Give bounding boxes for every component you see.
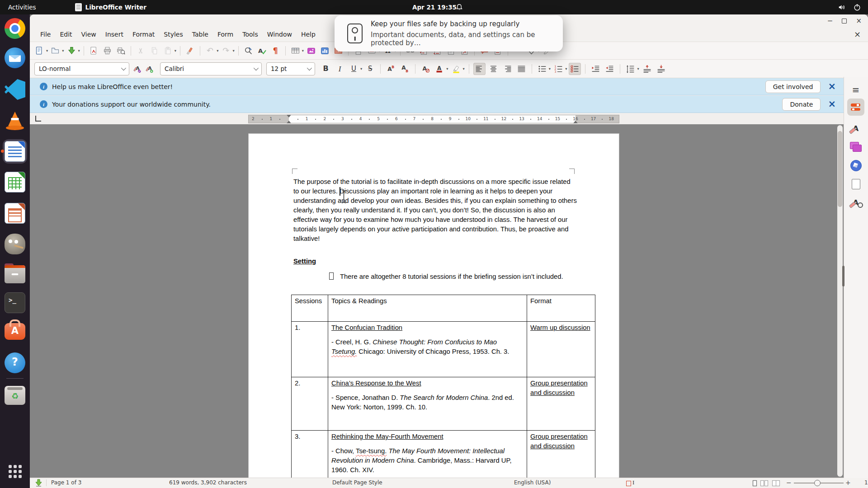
dock-item-gimp[interactable]	[5, 234, 25, 254]
table-header-cell[interactable]: Topics & Readings	[328, 295, 527, 322]
get-involved-button[interactable]: Get involved	[765, 80, 821, 93]
dock-item-libreoffice-impress[interactable]	[5, 203, 25, 224]
close-icon[interactable]: ×	[828, 99, 836, 109]
menu-view[interactable]: View	[77, 29, 100, 40]
system-status-area[interactable]	[837, 3, 862, 12]
topic-readings-cell[interactable]: China’s Response to the West- Spence, Jo…	[328, 377, 527, 431]
bold-button[interactable]: B	[320, 63, 332, 75]
highlighting-color-button[interactable]	[450, 63, 462, 75]
first-line-indent-marker[interactable]	[287, 115, 291, 117]
sidebar-splitter-grip[interactable]	[842, 266, 844, 286]
align-left-button[interactable]	[473, 63, 486, 75]
find-and-replace-button[interactable]	[242, 45, 255, 57]
menu-insert[interactable]: Insert	[101, 29, 127, 40]
table-header-cell[interactable]: Sessions	[292, 295, 328, 322]
unordered-list-button[interactable]	[536, 63, 548, 75]
dock-item-thunderbird[interactable]	[5, 47, 25, 68]
export-as-pdf-button[interactable]	[88, 45, 100, 57]
superscript-button[interactable]: AB	[385, 63, 397, 75]
menu-window[interactable]: Window	[263, 29, 296, 40]
page-count[interactable]: Page 1 of 3	[51, 479, 81, 486]
zoom-in-icon[interactable]: +	[845, 479, 851, 486]
dock-item-show-applications[interactable]	[5, 461, 25, 482]
redo-dropdown-arrow-icon[interactable]: ▾	[232, 48, 234, 53]
spelling-button[interactable]: A	[256, 45, 268, 57]
new-document-button[interactable]	[33, 45, 46, 57]
notification-popup[interactable]: Keep your files safe by backing up regul…	[335, 15, 563, 52]
sidebar-tab-page[interactable]	[847, 175, 864, 192]
multi-page-view-icon[interactable]	[760, 480, 769, 488]
decrease-paragraph-spacing-button[interactable]	[655, 63, 667, 75]
section-heading[interactable]: Setting	[293, 257, 316, 266]
left-indent-marker[interactable]	[287, 121, 291, 123]
insert-chart-button[interactable]	[319, 45, 331, 57]
dock-item-libreoffice-writer[interactable]	[5, 141, 25, 162]
body-paragraph[interactable]: The purpose of the tutorial is to facili…	[293, 177, 577, 244]
cut-button[interactable]: ✂	[135, 45, 147, 57]
topic-readings-cell[interactable]: Rethinking the May-Fourth Movement- Chow…	[328, 431, 527, 478]
underline-dropdown-arrow-icon[interactable]: ▾	[360, 66, 362, 71]
copy-button[interactable]	[148, 45, 160, 57]
formatting-marks-button[interactable]: ¶	[269, 45, 282, 57]
update-style-button[interactable]: A	[131, 63, 143, 75]
dock-item-google-chrome[interactable]	[5, 18, 25, 39]
activities-button[interactable]: Activities	[8, 4, 36, 11]
session-number-cell[interactable]: 3.	[292, 431, 328, 478]
save-button[interactable]	[66, 45, 78, 57]
sidebar-tab-sidebar-settings[interactable]: ≡	[847, 81, 864, 99]
open-file-dropdown-arrow-icon[interactable]: ▾	[62, 48, 64, 53]
new-style-button[interactable]: A	[143, 63, 156, 75]
align-right-button[interactable]	[501, 63, 514, 75]
dock-item-terminal[interactable]	[5, 292, 25, 313]
format-cell[interactable]: Group presentation and discussion	[527, 431, 595, 478]
clock-button[interactable]: Apr 21 19:35	[412, 0, 457, 14]
insert-table-dropdown-arrow-icon[interactable]: ▾	[302, 48, 304, 53]
document-area[interactable]: The purpose of the tutorial is to facili…	[30, 124, 844, 478]
selection-mode-icon[interactable]: I	[626, 480, 637, 486]
menu-styles[interactable]: Styles	[160, 29, 187, 40]
sidebar-tab-style-inspector[interactable]: A	[847, 194, 864, 211]
increase-indent-button[interactable]	[590, 63, 602, 75]
word-count[interactable]: 619 words, 3,902 characters	[169, 479, 247, 486]
book-view-icon[interactable]	[772, 480, 780, 488]
dock-item-libreoffice-calc[interactable]	[5, 172, 25, 192]
undo-button[interactable]: ↶	[204, 45, 216, 57]
session-number-cell[interactable]: 1.	[292, 322, 328, 377]
topic-readings-cell[interactable]: The Confucian Tradition- Creel, H. G. Ch…	[328, 322, 527, 377]
clone-formatting-button[interactable]	[184, 45, 196, 57]
menu-table[interactable]: Table	[188, 29, 212, 40]
sidebar-tab-navigator[interactable]	[847, 157, 864, 174]
new-document-dropdown-arrow-icon[interactable]: ▾	[46, 48, 48, 53]
strikethrough-button[interactable]: S	[364, 63, 376, 75]
zoom-slider-thumb[interactable]	[814, 480, 821, 486]
sessions-table[interactable]: SessionsTopics & ReadingsFormat1.The Con…	[291, 295, 595, 478]
save-status-icon[interactable]	[35, 479, 42, 488]
page-style[interactable]: Default Page Style	[332, 479, 382, 486]
font-size-combobox[interactable]: 12 pt	[266, 62, 315, 75]
ordered-list-button[interactable]: 123	[552, 63, 565, 75]
dock-item-ubuntu-software[interactable]	[5, 320, 25, 341]
table-header-cell[interactable]: Format	[527, 295, 595, 322]
no-list-button[interactable]	[569, 63, 581, 75]
menu-edit[interactable]: Edit	[56, 29, 76, 40]
menu-form[interactable]: Form	[213, 29, 237, 40]
document-page[interactable]: The purpose of the tutorial is to facili…	[248, 133, 619, 478]
horizontal-ruler[interactable]: 21123456789101112131415161718	[248, 115, 619, 123]
undo-dropdown-arrow-icon[interactable]: ▾	[217, 48, 218, 53]
sidebar-tab-gallery[interactable]	[847, 138, 864, 155]
format-cell[interactable]: Group presentation and discussion	[527, 377, 595, 431]
menu-format[interactable]: Format	[128, 29, 159, 40]
close-document-icon[interactable]: ×	[854, 29, 861, 39]
tab-stop-selector[interactable]	[35, 116, 41, 122]
minimize-button[interactable]: −	[827, 17, 833, 25]
dock-item-vscode[interactable]	[5, 79, 25, 100]
paste-button[interactable]	[162, 45, 174, 57]
font-color-dropdown-arrow-icon[interactable]: ▾	[446, 66, 448, 71]
underline-button[interactable]: U	[348, 63, 360, 75]
justified-button[interactable]	[515, 63, 528, 75]
dock-item-files[interactable]	[5, 264, 25, 285]
increase-paragraph-spacing-button[interactable]	[641, 63, 653, 75]
donate-button[interactable]: Donate	[782, 98, 821, 111]
font-name-combobox[interactable]: Calibri	[160, 62, 262, 75]
ordered-list-dropdown-arrow-icon[interactable]: ▾	[565, 66, 567, 71]
